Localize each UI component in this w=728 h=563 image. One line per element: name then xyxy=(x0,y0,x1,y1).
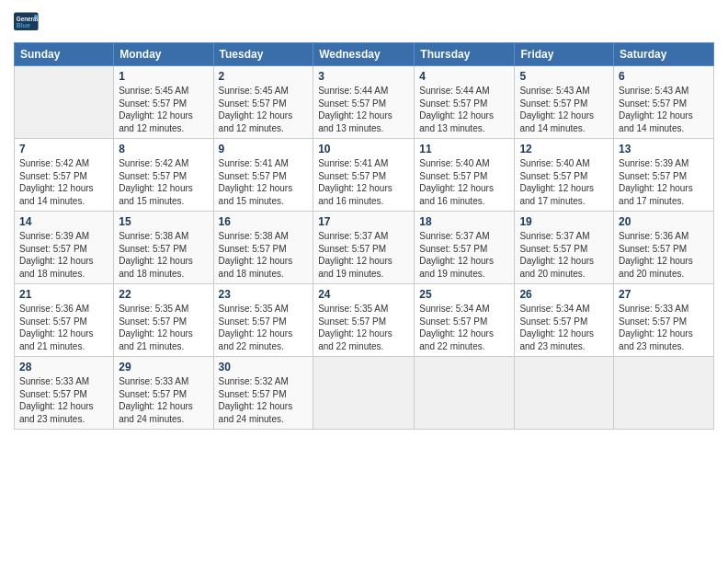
day-number: 21 xyxy=(19,288,108,301)
calendar-cell: 21Sunrise: 5:36 AMSunset: 5:57 PMDayligh… xyxy=(15,284,114,357)
day-number: 13 xyxy=(619,143,709,155)
day-details: Sunrise: 5:33 AMSunset: 5:57 PMDaylight:… xyxy=(19,375,108,425)
day-details: Sunrise: 5:45 AMSunset: 5:57 PMDaylight:… xyxy=(219,85,309,134)
calendar-cell: 22Sunrise: 5:35 AMSunset: 5:57 PMDayligh… xyxy=(114,284,213,357)
day-number: 25 xyxy=(419,288,509,301)
calendar-cell: 1Sunrise: 5:45 AMSunset: 5:57 PMDaylight… xyxy=(114,66,213,139)
day-number: 9 xyxy=(219,143,309,155)
day-number: 20 xyxy=(619,215,709,228)
day-number: 4 xyxy=(419,70,509,83)
weekday-header-tuesday: Tuesday xyxy=(213,43,313,66)
calendar-cell: 7Sunrise: 5:42 AMSunset: 5:57 PMDaylight… xyxy=(15,139,114,212)
calendar-cell: 16Sunrise: 5:38 AMSunset: 5:57 PMDayligh… xyxy=(213,212,313,284)
calendar-cell: 14Sunrise: 5:39 AMSunset: 5:57 PMDayligh… xyxy=(15,212,114,284)
day-number: 10 xyxy=(318,143,409,155)
day-details: Sunrise: 5:42 AMSunset: 5:57 PMDaylight:… xyxy=(119,157,208,207)
day-details: Sunrise: 5:32 AMSunset: 5:57 PMDaylight:… xyxy=(219,375,309,425)
calendar-cell xyxy=(313,357,415,430)
day-number: 7 xyxy=(19,143,108,155)
calendar-cell: 6Sunrise: 5:43 AMSunset: 5:57 PMDaylight… xyxy=(614,66,714,139)
calendar-cell: 11Sunrise: 5:40 AMSunset: 5:57 PMDayligh… xyxy=(415,139,515,212)
weekday-header-wednesday: Wednesday xyxy=(313,43,415,66)
day-details: Sunrise: 5:37 AMSunset: 5:57 PMDaylight:… xyxy=(419,230,509,280)
day-details: Sunrise: 5:40 AMSunset: 5:57 PMDaylight:… xyxy=(419,157,509,207)
calendar-cell: 5Sunrise: 5:43 AMSunset: 5:57 PMDaylight… xyxy=(515,66,614,139)
day-details: Sunrise: 5:36 AMSunset: 5:57 PMDaylight:… xyxy=(19,303,108,352)
day-details: Sunrise: 5:41 AMSunset: 5:57 PMDaylight:… xyxy=(318,157,409,207)
day-number: 8 xyxy=(119,143,208,155)
day-details: Sunrise: 5:43 AMSunset: 5:57 PMDaylight:… xyxy=(619,85,709,134)
day-number: 16 xyxy=(219,215,309,228)
day-details: Sunrise: 5:44 AMSunset: 5:57 PMDaylight:… xyxy=(419,85,509,134)
week-row-4: 21Sunrise: 5:36 AMSunset: 5:57 PMDayligh… xyxy=(15,284,714,357)
svg-text:Blue: Blue xyxy=(17,22,30,29)
day-details: Sunrise: 5:41 AMSunset: 5:57 PMDaylight:… xyxy=(219,157,309,207)
day-details: Sunrise: 5:33 AMSunset: 5:57 PMDaylight:… xyxy=(119,375,208,425)
calendar-cell: 28Sunrise: 5:33 AMSunset: 5:57 PMDayligh… xyxy=(15,357,114,430)
calendar-cell: 17Sunrise: 5:37 AMSunset: 5:57 PMDayligh… xyxy=(313,212,415,284)
day-number: 5 xyxy=(519,70,609,83)
weekday-header-friday: Friday xyxy=(515,43,614,66)
week-row-1: 1Sunrise: 5:45 AMSunset: 5:57 PMDaylight… xyxy=(15,66,714,139)
calendar-cell: 29Sunrise: 5:33 AMSunset: 5:57 PMDayligh… xyxy=(114,357,213,430)
calendar-cell: 10Sunrise: 5:41 AMSunset: 5:57 PMDayligh… xyxy=(313,139,415,212)
day-details: Sunrise: 5:39 AMSunset: 5:57 PMDaylight:… xyxy=(619,157,709,207)
calendar-cell xyxy=(515,357,614,430)
day-details: Sunrise: 5:35 AMSunset: 5:57 PMDaylight:… xyxy=(219,303,309,352)
day-details: Sunrise: 5:42 AMSunset: 5:57 PMDaylight:… xyxy=(19,157,108,207)
day-details: Sunrise: 5:37 AMSunset: 5:57 PMDaylight:… xyxy=(318,230,409,280)
day-number: 23 xyxy=(219,288,309,301)
calendar-cell: 2Sunrise: 5:45 AMSunset: 5:57 PMDaylight… xyxy=(213,66,313,139)
day-number: 29 xyxy=(119,361,208,373)
week-row-2: 7Sunrise: 5:42 AMSunset: 5:57 PMDaylight… xyxy=(15,139,714,212)
day-details: Sunrise: 5:40 AMSunset: 5:57 PMDaylight:… xyxy=(519,157,609,207)
day-number: 15 xyxy=(119,215,208,228)
day-details: Sunrise: 5:35 AMSunset: 5:57 PMDaylight:… xyxy=(119,303,208,352)
day-number: 14 xyxy=(19,215,108,228)
day-number: 3 xyxy=(318,70,409,83)
day-details: Sunrise: 5:38 AMSunset: 5:57 PMDaylight:… xyxy=(219,230,309,280)
calendar-cell: 30Sunrise: 5:32 AMSunset: 5:57 PMDayligh… xyxy=(213,357,313,430)
calendar-cell: 19Sunrise: 5:37 AMSunset: 5:57 PMDayligh… xyxy=(515,212,614,284)
day-number: 2 xyxy=(219,70,309,83)
day-details: Sunrise: 5:33 AMSunset: 5:57 PMDaylight:… xyxy=(619,303,709,352)
day-number: 1 xyxy=(119,70,208,83)
day-details: Sunrise: 5:39 AMSunset: 5:57 PMDaylight:… xyxy=(19,230,108,280)
day-details: Sunrise: 5:44 AMSunset: 5:57 PMDaylight:… xyxy=(318,85,409,134)
calendar-cell: 23Sunrise: 5:35 AMSunset: 5:57 PMDayligh… xyxy=(213,284,313,357)
calendar-cell xyxy=(415,357,515,430)
day-details: Sunrise: 5:34 AMSunset: 5:57 PMDaylight:… xyxy=(419,303,509,352)
calendar-cell: 24Sunrise: 5:35 AMSunset: 5:57 PMDayligh… xyxy=(313,284,415,357)
calendar-cell: 15Sunrise: 5:38 AMSunset: 5:57 PMDayligh… xyxy=(114,212,213,284)
day-number: 17 xyxy=(318,215,409,228)
weekday-header-row: SundayMondayTuesdayWednesdayThursdayFrid… xyxy=(15,43,714,66)
calendar-cell: 4Sunrise: 5:44 AMSunset: 5:57 PMDaylight… xyxy=(415,66,515,139)
calendar-cell: 9Sunrise: 5:41 AMSunset: 5:57 PMDaylight… xyxy=(213,139,313,212)
day-number: 26 xyxy=(519,288,609,301)
day-details: Sunrise: 5:36 AMSunset: 5:57 PMDaylight:… xyxy=(619,230,709,280)
day-details: Sunrise: 5:45 AMSunset: 5:57 PMDaylight:… xyxy=(119,85,208,134)
calendar-cell: 27Sunrise: 5:33 AMSunset: 5:57 PMDayligh… xyxy=(614,284,714,357)
day-number: 18 xyxy=(419,215,509,228)
weekday-header-thursday: Thursday xyxy=(415,43,515,66)
weekday-header-sunday: Sunday xyxy=(15,43,114,66)
calendar-cell: 8Sunrise: 5:42 AMSunset: 5:57 PMDaylight… xyxy=(114,139,213,212)
day-number: 19 xyxy=(519,215,609,228)
day-details: Sunrise: 5:34 AMSunset: 5:57 PMDaylight:… xyxy=(519,303,609,352)
day-number: 6 xyxy=(619,70,709,83)
day-details: Sunrise: 5:38 AMSunset: 5:57 PMDaylight:… xyxy=(119,230,208,280)
week-row-5: 28Sunrise: 5:33 AMSunset: 5:57 PMDayligh… xyxy=(15,357,714,430)
day-number: 24 xyxy=(318,288,409,301)
calendar-cell xyxy=(15,66,114,139)
calendar-cell: 20Sunrise: 5:36 AMSunset: 5:57 PMDayligh… xyxy=(614,212,714,284)
day-details: Sunrise: 5:37 AMSunset: 5:57 PMDaylight:… xyxy=(519,230,609,280)
week-row-3: 14Sunrise: 5:39 AMSunset: 5:57 PMDayligh… xyxy=(15,212,714,284)
day-number: 30 xyxy=(219,361,309,373)
calendar-cell xyxy=(614,357,714,430)
day-details: Sunrise: 5:43 AMSunset: 5:57 PMDaylight:… xyxy=(519,85,609,134)
calendar-cell: 26Sunrise: 5:34 AMSunset: 5:57 PMDayligh… xyxy=(515,284,614,357)
weekday-header-saturday: Saturday xyxy=(614,43,714,66)
page: General Blue SundayMondayTuesdayWednesda… xyxy=(0,0,728,563)
calendar-cell: 13Sunrise: 5:39 AMSunset: 5:57 PMDayligh… xyxy=(614,139,714,212)
calendar-cell: 12Sunrise: 5:40 AMSunset: 5:57 PMDayligh… xyxy=(515,139,614,212)
